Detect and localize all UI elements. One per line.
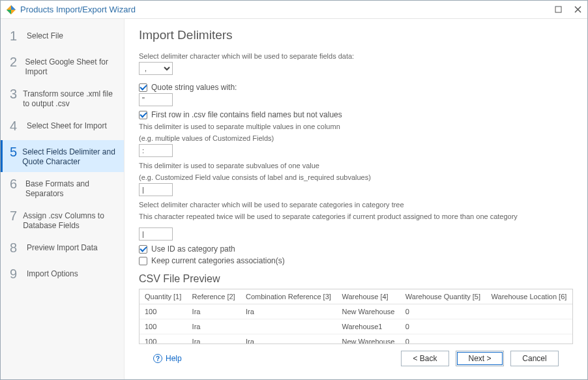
- step-label: Select Sheet for Import: [27, 119, 107, 131]
- maximize-icon[interactable]: [553, 5, 563, 14]
- svg-rect-3: [555, 7, 561, 12]
- cell: 100: [140, 304, 187, 319]
- titlebar: Products Import/Export Wizard: [1, 1, 587, 19]
- svg-marker-2: [7, 10, 11, 14]
- back-button[interactable]: < Back: [401, 351, 449, 366]
- cell: [486, 319, 572, 334]
- step-num: 4: [10, 119, 22, 132]
- col-header[interactable]: Warehouse [4]: [337, 289, 400, 304]
- cell: 0: [400, 319, 486, 334]
- cat-label-1: Select delimiter character which will be…: [139, 200, 573, 209]
- step-label: Import Options: [27, 267, 78, 279]
- wizard-window: Products Import/Export Wizard 1Select Fi…: [0, 0, 588, 380]
- step-num: 6: [10, 177, 20, 190]
- step-2[interactable]: 2Select Google Sheet for Import: [1, 50, 124, 82]
- page-heading: Import Delimiters: [139, 28, 573, 42]
- step-1[interactable]: 1Select File: [1, 24, 124, 50]
- svg-marker-1: [11, 5, 16, 10]
- sub-label-1: This delimiter is used to separate subva…: [139, 161, 573, 170]
- preview-heading: CSV File Preview: [139, 273, 573, 285]
- step-num: 7: [10, 209, 18, 222]
- step-num: 8: [10, 241, 22, 254]
- preview-header-row: Quantity [1]Reference [2]Combination Ref…: [140, 289, 572, 304]
- step-num: 9: [10, 267, 22, 280]
- preview-table: Quantity [1]Reference [2]Combination Ref…: [140, 289, 572, 344]
- col-header[interactable]: Combination Reference [3]: [241, 289, 337, 304]
- step-num: 5: [10, 145, 17, 158]
- cell: New Warehouse: [337, 304, 400, 319]
- col-header[interactable]: Quantity [1]: [140, 289, 187, 304]
- quote-checkbox-label: Quote string values with:: [151, 83, 237, 92]
- step-7[interactable]: 7Assign .csv Columns to Database Fields: [1, 204, 124, 236]
- multi-delimiter-input[interactable]: [139, 144, 173, 157]
- cell: Ira: [187, 334, 241, 345]
- step-label: Assign .csv Columns to Database Fields: [23, 209, 117, 231]
- table-row[interactable]: 100IraIraNew Warehouse0: [140, 304, 572, 319]
- cell: Warehouse1: [337, 319, 400, 334]
- cell: 0: [400, 334, 486, 345]
- window-title: Products Import/Export Wizard: [20, 5, 553, 14]
- help-link[interactable]: ? Help: [153, 354, 182, 363]
- delimiter-label: Select delimiter character which will be…: [139, 51, 573, 61]
- cell: [241, 319, 337, 334]
- step-label: Preview Import Data: [27, 241, 98, 253]
- footer: ? Help < Back Next > Cancel: [139, 344, 573, 373]
- cell: 100: [140, 334, 187, 345]
- step-label: Transform source .xml file to output .cs…: [23, 87, 117, 109]
- table-row[interactable]: 100IraIraNew Warehouse0: [140, 334, 572, 345]
- step-label: Select File: [27, 29, 63, 41]
- cell: Ira: [187, 319, 241, 334]
- csv-preview[interactable]: Quantity [1]Reference [2]Combination Ref…: [139, 289, 573, 344]
- step-num: 1: [10, 29, 22, 42]
- step-num: 3: [10, 87, 18, 100]
- firstrow-checkbox-label: First row in .csv file contains field na…: [151, 110, 342, 119]
- cell: New Warehouse: [337, 334, 400, 345]
- step-label: Base Formats and Separators: [25, 177, 117, 199]
- cat-delimiter-input[interactable]: [139, 227, 173, 241]
- cell: Ira: [187, 304, 241, 319]
- col-header[interactable]: Warehouse Quantity [5]: [400, 289, 486, 304]
- step-6[interactable]: 6Base Formats and Separators: [1, 172, 124, 204]
- step-9[interactable]: 9Import Options: [1, 262, 124, 288]
- close-icon[interactable]: [573, 5, 582, 14]
- cell: [486, 334, 572, 345]
- app-logo-icon: [6, 5, 16, 15]
- cell: [486, 304, 572, 319]
- step-5[interactable]: 5Select Fields Delimiter and Quote Chara…: [1, 140, 124, 172]
- step-num: 2: [10, 55, 20, 68]
- cancel-button[interactable]: Cancel: [510, 351, 559, 366]
- multi-label-2: (e.g. multiple values of Customized Fiel…: [139, 134, 573, 143]
- cell: 100: [140, 319, 187, 334]
- col-header[interactable]: Warehouse Location [6]: [486, 289, 572, 304]
- steps-sidebar: 1Select File2Select Google Sheet for Imp…: [1, 19, 125, 379]
- cat-label-2: This character repeated twice will be us…: [139, 212, 573, 221]
- keepcat-checkbox-label: Keep current categories association(s): [151, 256, 285, 265]
- table-row[interactable]: 100IraWarehouse10: [140, 319, 572, 334]
- cell: Ira: [241, 334, 337, 345]
- useid-checkbox[interactable]: [139, 245, 147, 254]
- cell: 0: [400, 304, 486, 319]
- quote-input[interactable]: [139, 93, 173, 106]
- step-label: Select Google Sheet for Import: [25, 55, 117, 77]
- firstrow-checkbox[interactable]: [139, 111, 147, 119]
- preview-body: 100IraIraNew Warehouse0100IraWarehouse10…: [140, 304, 572, 345]
- multi-label-1: This delimiter is used to separate multi…: [139, 122, 573, 131]
- col-header[interactable]: Reference [2]: [187, 289, 241, 304]
- help-label: Help: [166, 354, 182, 363]
- step-label: Select Fields Delimiter and Quote Charac…: [22, 145, 117, 167]
- step-4[interactable]: 4Select Sheet for Import: [1, 114, 124, 140]
- quote-checkbox[interactable]: [139, 83, 147, 92]
- delimiter-select[interactable]: ,: [139, 62, 173, 75]
- keepcat-checkbox[interactable]: [139, 257, 147, 265]
- help-icon: ?: [153, 354, 162, 363]
- main-content: Import Delimiters Select delimiter chara…: [125, 19, 587, 379]
- useid-checkbox-label: Use ID as category path: [151, 244, 235, 254]
- step-3[interactable]: 3Transform source .xml file to output .c…: [1, 82, 124, 114]
- step-8[interactable]: 8Preview Import Data: [1, 236, 124, 262]
- next-button[interactable]: Next >: [456, 351, 504, 366]
- cell: Ira: [241, 304, 337, 319]
- sub-label-2: (e.g. Customized Field value consists of…: [139, 173, 573, 182]
- sub-delimiter-input[interactable]: [139, 183, 173, 196]
